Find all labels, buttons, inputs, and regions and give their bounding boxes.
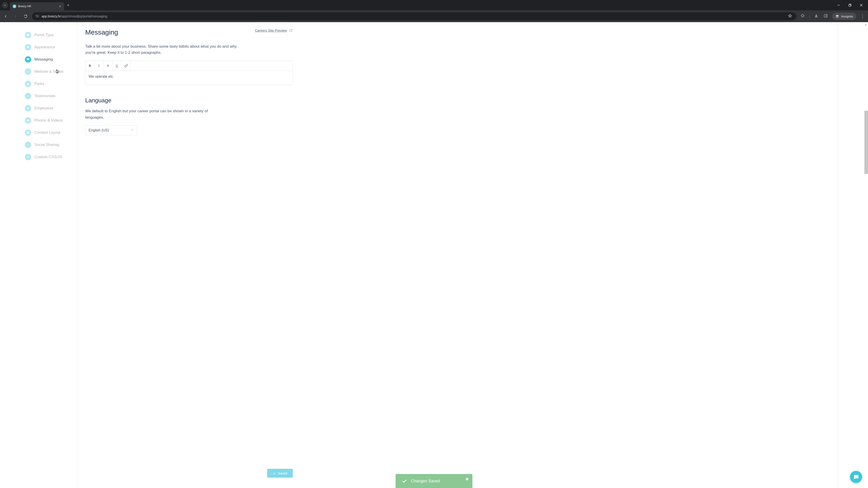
svg-point-17 xyxy=(29,72,29,73)
sidebar-item-label: Appearance xyxy=(34,45,55,50)
sidebar-item-label: Messaging xyxy=(34,57,53,62)
sidebar-item-label: Website & Social xyxy=(34,69,63,74)
page-title: Messaging xyxy=(85,29,118,36)
bookmark-button[interactable] xyxy=(787,14,793,19)
italic-button[interactable]: I xyxy=(94,61,103,71)
share-alt-icon xyxy=(25,142,31,148)
tab-search-button[interactable] xyxy=(2,2,8,8)
browser-tab-strip: b Breezy HR ✕ + xyxy=(0,0,868,10)
sidebar-item-portal-type[interactable]: Portal Type xyxy=(25,29,72,41)
sidebar-item-label: Content Layout xyxy=(34,130,60,135)
changes-saved-toast: Changes Saved ✖ xyxy=(396,474,472,488)
messaging-help-text: Talk a bit more about your business. Sha… xyxy=(85,43,239,56)
sidebar-item-appearance[interactable]: Appearance xyxy=(25,41,72,53)
intercom-chat-button[interactable] xyxy=(850,471,862,483)
minimize-button[interactable] xyxy=(834,2,844,9)
sidebar-item-label: Custom CSS/JS xyxy=(34,155,62,159)
scroll-up-arrow[interactable]: ▲ xyxy=(864,23,868,26)
grid-icon xyxy=(25,129,31,136)
rich-text-editor: B I S U We operate etc. xyxy=(85,61,293,85)
sidebar-item-label: Social Sharing xyxy=(34,142,59,147)
app-content: Portal Type Appearance Messaging Website… xyxy=(0,22,868,488)
external-link-icon xyxy=(289,29,293,32)
svg-point-11 xyxy=(836,17,837,18)
editor-toolbar: B I S U xyxy=(86,61,292,71)
browser-tab[interactable]: b Breezy HR ✕ xyxy=(10,2,64,10)
extensions-button[interactable] xyxy=(800,14,806,19)
language-help-text: We default to English but your career po… xyxy=(85,108,225,120)
svg-rect-18 xyxy=(27,84,29,85)
url-text: app.breezy.hr/app/c/moodjoy/portal/messa… xyxy=(41,14,784,18)
sidebar-item-employees[interactable]: Employees xyxy=(25,102,72,114)
sidebar-item-messaging[interactable]: Messaging xyxy=(25,53,72,66)
svg-rect-23 xyxy=(27,133,28,134)
tab-title: Breezy HR xyxy=(18,5,57,8)
saved-button[interactable]: Saved xyxy=(267,469,293,478)
browser-toolbar: app.breezy.hr/app/c/moodjoy/portal/messa… xyxy=(0,10,868,22)
new-tab-button[interactable]: + xyxy=(67,3,70,8)
brush-icon xyxy=(25,44,31,51)
sidebar-item-label: Perks xyxy=(34,82,44,86)
main-panel: Messaging Careers Site Preview Talk a bi… xyxy=(77,22,301,488)
sidebar-item-content-layout[interactable]: Content Layout xyxy=(25,127,72,139)
browser-menu-button[interactable]: ⋮ xyxy=(860,14,866,19)
incognito-icon xyxy=(835,15,839,18)
side-panel-button[interactable] xyxy=(823,14,829,19)
check-icon xyxy=(401,478,407,484)
svg-point-12 xyxy=(837,17,839,18)
svg-point-16 xyxy=(29,70,29,71)
incognito-badge[interactable]: Incognito xyxy=(832,13,856,20)
svg-rect-14 xyxy=(27,34,29,36)
sidebar-item-label: Employees xyxy=(34,106,53,110)
svg-point-15 xyxy=(27,71,28,72)
people-icon xyxy=(25,105,31,111)
content-right-border xyxy=(837,22,838,488)
back-button[interactable] xyxy=(2,13,9,20)
svg-rect-22 xyxy=(28,131,29,133)
editor-content[interactable]: We operate etc. xyxy=(86,71,292,85)
sidebar-item-photos-videos[interactable]: Photos & Videos xyxy=(25,114,72,127)
svg-rect-9 xyxy=(824,14,827,17)
tab-favicon-icon: b xyxy=(13,4,16,8)
link-button[interactable] xyxy=(122,61,131,71)
sidebar-item-custom-css-js[interactable]: Custom CSS/JS xyxy=(25,151,72,163)
sidebar-item-label: Photos & Videos xyxy=(34,118,63,123)
gift-icon xyxy=(25,80,31,87)
quote-icon xyxy=(25,93,31,99)
svg-point-19 xyxy=(28,107,29,108)
share-icon xyxy=(25,68,31,75)
language-select[interactable]: English (US) xyxy=(85,125,137,135)
sidebar-item-testimonials[interactable]: Testimonials xyxy=(25,90,72,102)
layout-icon xyxy=(25,32,31,38)
settings-sidebar: Portal Type Appearance Messaging Website… xyxy=(0,22,77,488)
check-icon xyxy=(273,472,276,475)
careers-preview-link[interactable]: Careers Site Preview xyxy=(255,29,293,32)
language-section-title: Language xyxy=(85,97,293,104)
close-tab-button[interactable]: ✕ xyxy=(59,5,61,8)
sidebar-item-website-social[interactable]: Website & Social xyxy=(25,66,72,78)
maximize-button[interactable] xyxy=(845,2,855,9)
underline-button[interactable]: U xyxy=(113,61,122,71)
sidebar-item-social-sharing[interactable]: Social Sharing xyxy=(25,139,72,151)
bold-button[interactable]: B xyxy=(86,61,94,71)
sidebar-item-label: Testimonials xyxy=(34,94,56,98)
code-icon xyxy=(25,154,31,160)
scrollbar-thumb[interactable] xyxy=(864,111,868,174)
forward-button[interactable] xyxy=(12,13,19,20)
close-window-button[interactable] xyxy=(856,2,866,9)
downloads-button[interactable] xyxy=(813,14,819,19)
strikethrough-button[interactable]: S xyxy=(103,61,113,71)
site-settings-icon[interactable] xyxy=(35,14,39,19)
image-icon xyxy=(25,117,31,124)
chat-icon xyxy=(25,56,31,63)
sidebar-item-perks[interactable]: Perks xyxy=(25,78,72,90)
toast-close-button[interactable]: ✖ xyxy=(465,477,469,482)
svg-rect-2 xyxy=(849,4,850,6)
svg-rect-24 xyxy=(28,133,29,134)
sidebar-item-label: Portal Type xyxy=(34,33,54,37)
svg-rect-21 xyxy=(27,131,28,133)
svg-rect-20 xyxy=(27,120,29,121)
reload-button[interactable] xyxy=(22,13,29,20)
address-bar[interactable]: app.breezy.hr/app/c/moodjoy/portal/messa… xyxy=(32,12,796,20)
toast-message: Changes Saved xyxy=(411,479,440,484)
